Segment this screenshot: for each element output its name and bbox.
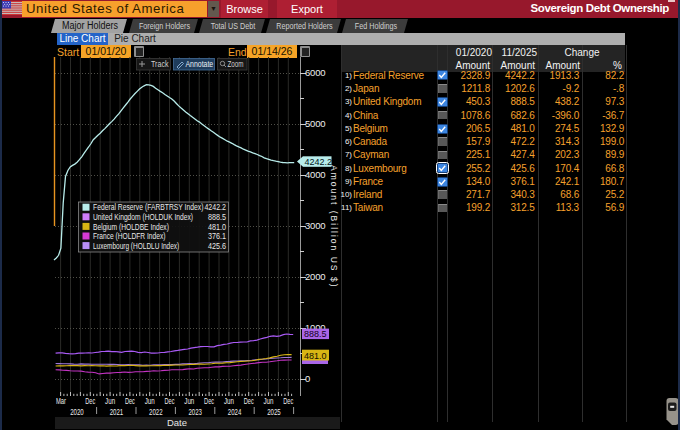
svg-text:4242.2: 4242.2 (204, 202, 226, 212)
svg-text:3000: 3000 (305, 220, 325, 231)
svg-text:376.1: 376.1 (208, 231, 226, 241)
svg-text:Federal Reserve (FARBTRSY Inde: Federal Reserve (FARBTRSY Index) (93, 202, 204, 212)
svg-text:Mar: Mar (56, 396, 66, 406)
svg-text:888.5: 888.5 (304, 329, 327, 339)
svg-text:2000: 2000 (305, 271, 325, 282)
svg-text:Zoom: Zoom (228, 59, 244, 69)
svg-text:Jun: Jun (145, 396, 155, 406)
svg-text:5000: 5000 (305, 118, 325, 129)
svg-text:481.0: 481.0 (304, 351, 327, 361)
svg-text:2023: 2023 (188, 407, 202, 417)
svg-text:2022: 2022 (149, 407, 163, 417)
svg-text:4242.2: 4242.2 (305, 157, 333, 167)
svg-text:Dec: Dec (244, 396, 254, 406)
svg-text:United Kingdom (HOLDUK Index): United Kingdom (HOLDUK Index) (93, 212, 193, 222)
svg-text:2020: 2020 (70, 407, 84, 417)
svg-text:Belgium (HOLDBE Index): Belgium (HOLDBE Index) (93, 222, 169, 232)
svg-text:Track: Track (151, 59, 169, 69)
svg-text:0: 0 (305, 373, 310, 384)
svg-text:2024: 2024 (228, 407, 242, 417)
svg-text:2025: 2025 (267, 407, 281, 417)
svg-text:France (HOLDFR Index): France (HOLDFR Index) (93, 231, 166, 241)
svg-text:888.5: 888.5 (208, 212, 226, 222)
svg-text:2021: 2021 (110, 407, 124, 417)
svg-text:Annotate: Annotate (186, 59, 214, 69)
svg-text:Dec: Dec (85, 396, 95, 406)
svg-text:Amount (Billion US $): Amount (Billion US $) (329, 165, 339, 287)
svg-text:Jun: Jun (184, 396, 194, 406)
svg-text:481.0: 481.0 (208, 222, 226, 232)
svg-text:Luxembourg (HOLDLU Index): Luxembourg (HOLDLU Index) (93, 241, 179, 251)
svg-text:Dec: Dec (165, 396, 175, 406)
svg-text:Date: Date (167, 417, 187, 428)
svg-text:425.6: 425.6 (208, 241, 226, 251)
svg-text:4000: 4000 (305, 169, 325, 180)
svg-text:Dec: Dec (125, 396, 135, 406)
svg-text:Jun: Jun (264, 396, 274, 406)
svg-text:Dec: Dec (283, 396, 293, 406)
svg-text:Dec: Dec (204, 396, 214, 406)
svg-text:Jun: Jun (105, 396, 115, 406)
svg-text:6000: 6000 (305, 67, 325, 78)
svg-text:Jun: Jun (224, 396, 234, 406)
